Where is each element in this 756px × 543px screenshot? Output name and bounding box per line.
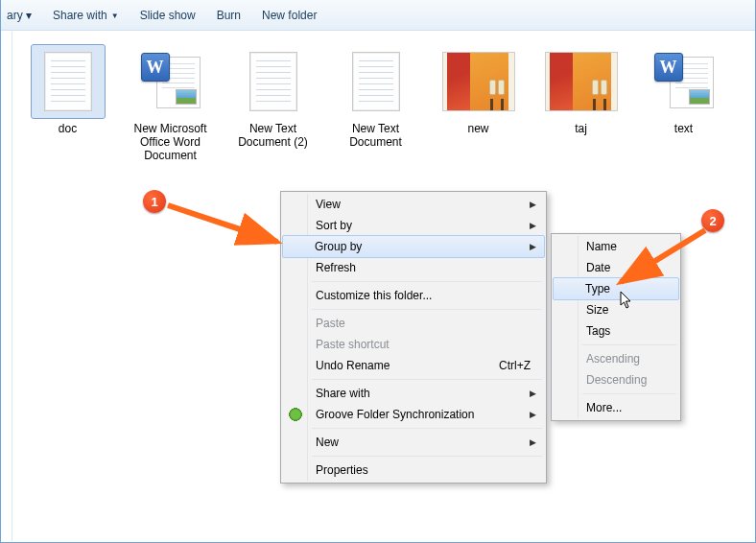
mouse-cursor-icon bbox=[620, 291, 633, 310]
submenu-item-descending: Descending bbox=[554, 369, 678, 390]
submenu-item-type[interactable]: Type bbox=[553, 277, 679, 300]
submenu-arrow-icon: ▶ bbox=[530, 410, 536, 419]
menu-separator bbox=[582, 344, 676, 345]
submenu-item-date-label: Date bbox=[586, 261, 610, 274]
word-document-icon: W bbox=[648, 45, 721, 118]
file-label: doc bbox=[59, 122, 77, 135]
file-item[interactable]: Wtext bbox=[638, 45, 729, 135]
toolbar-share-with-button[interactable]: Share with ▼ bbox=[53, 9, 119, 22]
text-document-icon bbox=[340, 45, 413, 118]
file-item[interactable]: New Text Document (2) bbox=[227, 45, 319, 149]
submenu-item-tags[interactable]: Tags bbox=[554, 320, 678, 342]
menu-item-groove-sync-label: Groove Folder Synchronization bbox=[316, 408, 474, 421]
menu-item-undo-rename[interactable]: Undo Rename Ctrl+Z bbox=[283, 355, 544, 376]
menu-separator bbox=[312, 456, 542, 457]
file-item[interactable]: New Text Document bbox=[330, 45, 421, 149]
toolbar-burn-button[interactable]: Burn bbox=[217, 9, 241, 22]
chevron-down-icon: ▼ bbox=[111, 12, 119, 20]
menu-item-group-by-label: Group by bbox=[315, 240, 362, 253]
menu-item-group-by[interactable]: Group by ▶ bbox=[282, 235, 545, 258]
menu-item-paste-label: Paste bbox=[316, 317, 345, 330]
file-label: New Text Document bbox=[330, 122, 421, 149]
file-label: new bbox=[467, 122, 488, 135]
menu-item-view[interactable]: View ▶ bbox=[283, 194, 544, 215]
menu-item-undo-shortcut: Ctrl+Z bbox=[499, 359, 531, 372]
submenu-arrow-icon: ▶ bbox=[530, 221, 536, 230]
toolbar-new-folder-label: New folder bbox=[262, 9, 317, 22]
menu-item-sort-by-label: Sort by bbox=[316, 219, 352, 232]
toolbar-slide-show-label: Slide show bbox=[140, 9, 196, 22]
toolbar-slide-show-button[interactable]: Slide show bbox=[140, 9, 196, 22]
menu-item-customize-folder[interactable]: Customize this folder... bbox=[283, 285, 544, 306]
menu-item-view-label: View bbox=[316, 198, 341, 211]
menu-separator bbox=[312, 309, 542, 310]
file-item[interactable]: taj bbox=[535, 45, 626, 135]
submenu-item-tags-label: Tags bbox=[586, 324, 610, 338]
submenu-arrow-icon: ▶ bbox=[530, 200, 536, 209]
callout-badge-1-label: 1 bbox=[151, 195, 157, 209]
toolbar-burn-label: Burn bbox=[217, 9, 241, 22]
submenu-item-ascending-label: Ascending bbox=[586, 352, 640, 366]
submenu-arrow-icon: ▶ bbox=[530, 437, 536, 447]
submenu-item-ascending: Ascending bbox=[554, 348, 678, 369]
file-label: New Text Document (2) bbox=[227, 122, 319, 149]
text-document-icon bbox=[237, 45, 310, 118]
group-by-submenu: Name Date Type Size Tags Ascending Desce… bbox=[551, 233, 681, 421]
toolbar-library-label: ary ▾ bbox=[7, 9, 32, 22]
menu-separator bbox=[312, 428, 542, 429]
menu-separator bbox=[582, 393, 676, 394]
file-item[interactable]: new bbox=[433, 45, 524, 135]
submenu-item-size[interactable]: Size bbox=[554, 299, 678, 320]
menu-item-customize-folder-label: Customize this folder... bbox=[316, 289, 432, 302]
menu-item-paste: Paste bbox=[283, 313, 544, 334]
menu-item-refresh-label: Refresh bbox=[316, 261, 356, 274]
menu-item-new[interactable]: New ▶ bbox=[283, 432, 544, 453]
file-label: taj bbox=[575, 122, 587, 135]
file-label: New Microsoft Office Word Document bbox=[125, 122, 216, 162]
menu-item-paste-shortcut: Paste shortcut bbox=[283, 334, 544, 355]
word-document-icon: W bbox=[134, 45, 207, 118]
menu-item-new-label: New bbox=[316, 436, 339, 449]
menu-item-groove-sync[interactable]: Groove Folder Synchronization ▶ bbox=[283, 404, 544, 425]
menu-item-refresh[interactable]: Refresh bbox=[283, 257, 544, 278]
menu-item-sort-by[interactable]: Sort by ▶ bbox=[283, 215, 544, 236]
menu-item-undo-rename-label: Undo Rename bbox=[316, 359, 390, 372]
submenu-item-descending-label: Descending bbox=[586, 373, 647, 387]
submenu-item-more-label: More... bbox=[586, 401, 622, 414]
menu-item-share-with-label: Share with bbox=[316, 387, 370, 400]
groove-sync-icon bbox=[288, 407, 303, 422]
toolbar-new-folder-button[interactable]: New folder bbox=[262, 9, 317, 22]
submenu-arrow-icon: ▶ bbox=[530, 242, 536, 251]
submenu-item-date[interactable]: Date bbox=[554, 257, 678, 278]
submenu-item-size-label: Size bbox=[586, 303, 608, 317]
submenu-item-name[interactable]: Name bbox=[554, 236, 678, 257]
submenu-arrow-icon: ▶ bbox=[530, 389, 536, 398]
menu-separator bbox=[312, 281, 542, 282]
menu-separator bbox=[312, 379, 542, 380]
callout-badge-2-label: 2 bbox=[709, 214, 716, 228]
file-item[interactable]: WNew Microsoft Office Word Document bbox=[125, 45, 216, 162]
file-grid: docWNew Microsoft Office Word DocumentNe… bbox=[12, 32, 754, 162]
callout-badge-1: 1 bbox=[143, 190, 166, 213]
menu-item-properties[interactable]: Properties bbox=[283, 460, 544, 481]
submenu-item-type-label: Type bbox=[585, 282, 610, 295]
toolbar-share-with-label: Share with bbox=[53, 9, 107, 22]
menu-item-properties-label: Properties bbox=[316, 463, 368, 477]
explorer-toolbar: ary ▾ Share with ▼ Slide show Burn New f… bbox=[1, 0, 755, 31]
file-item[interactable]: doc bbox=[22, 45, 113, 135]
menu-item-share-with[interactable]: Share with ▶ bbox=[283, 383, 544, 404]
text-document-icon bbox=[32, 45, 105, 118]
submenu-item-name-label: Name bbox=[586, 240, 617, 253]
image-thumbnail-icon bbox=[545, 45, 618, 118]
context-menu: View ▶ Sort by ▶ Group by ▶ Refresh Cust… bbox=[280, 191, 547, 484]
toolbar-library-button[interactable]: ary ▾ bbox=[7, 9, 32, 22]
menu-item-paste-shortcut-label: Paste shortcut bbox=[316, 338, 390, 351]
submenu-item-more[interactable]: More... bbox=[554, 397, 678, 418]
image-thumbnail-icon bbox=[442, 45, 515, 118]
callout-badge-2: 2 bbox=[701, 209, 724, 232]
file-label: text bbox=[674, 122, 693, 135]
